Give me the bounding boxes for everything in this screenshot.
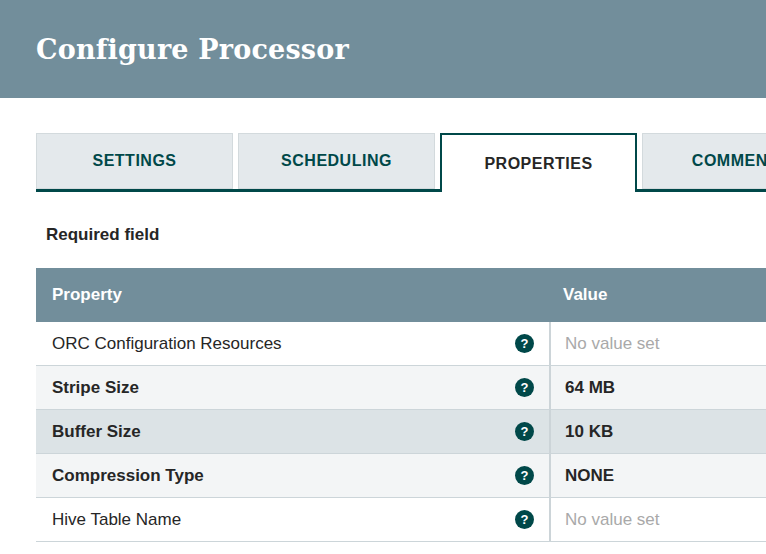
table-row: Stripe Size ? 64 MB [36,366,766,410]
table-row: Hive Table Name ? No value set [36,498,766,542]
tab-properties[interactable]: PROPERTIES [440,133,637,192]
tab-properties-label: PROPERTIES [484,155,592,173]
property-name: Buffer Size [52,422,515,442]
property-name: ORC Configuration Resources [52,334,515,354]
required-field-legend: Required field [46,225,766,245]
tabbar-wrap: SETTINGS SCHEDULING PROPERTIES COMMENTS [0,133,766,192]
value-cell[interactable]: NONE [549,454,766,497]
property-cell: Stripe Size ? [36,366,549,409]
table-row: Buffer Size ? 10 KB [36,410,766,454]
table-header-row: Property Value [36,268,766,322]
tab-scheduling[interactable]: SCHEDULING [238,133,435,189]
property-cell: Compression Type ? [36,454,549,497]
properties-table: Property Value ORC Configuration Resourc… [36,268,766,542]
column-header-value: Value [549,285,766,305]
tab-comments-label: COMMENTS [692,152,766,170]
value-cell[interactable]: No value set [549,322,766,365]
dialog-titlebar: Configure Processor [0,0,766,98]
tab-scheduling-label: SCHEDULING [281,152,392,170]
property-name: Compression Type [52,466,515,486]
tabbar: SETTINGS SCHEDULING PROPERTIES COMMENTS [36,133,766,192]
dialog-title: Configure Processor [0,34,349,65]
tab-settings-label: SETTINGS [92,152,176,170]
tab-settings[interactable]: SETTINGS [36,133,233,189]
help-icon[interactable]: ? [515,422,534,441]
help-icon[interactable]: ? [515,378,534,397]
help-icon[interactable]: ? [515,334,534,353]
value-cell[interactable]: 64 MB [549,366,766,409]
table-row: Compression Type ? NONE [36,454,766,498]
property-name: Hive Table Name [52,510,515,530]
property-name: Stripe Size [52,378,515,398]
property-cell: Buffer Size ? [36,410,549,453]
value-cell[interactable]: 10 KB [549,410,766,453]
column-header-property: Property [36,285,549,305]
tab-comments[interactable]: COMMENTS [642,133,766,189]
property-cell: ORC Configuration Resources ? [36,322,549,365]
property-cell: Hive Table Name ? [36,498,549,541]
table-row: ORC Configuration Resources ? No value s… [36,322,766,366]
help-icon[interactable]: ? [515,466,534,485]
help-icon[interactable]: ? [515,510,534,529]
value-cell[interactable]: No value set [549,498,766,541]
